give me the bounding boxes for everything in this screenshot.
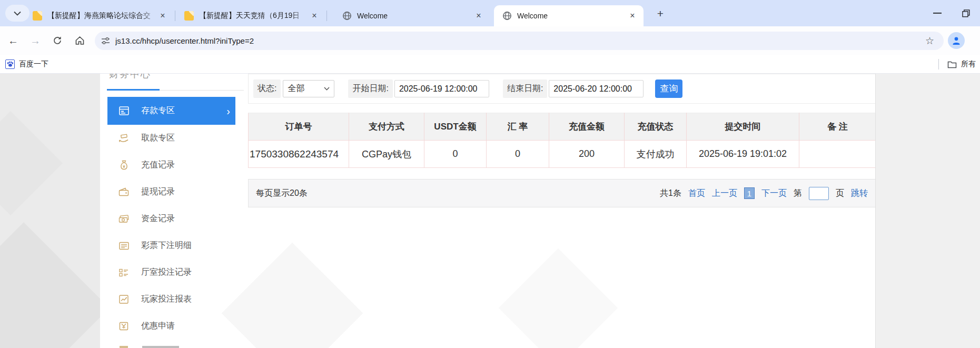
cell-usdt-amount: 0 (424, 141, 487, 168)
home-button[interactable] (71, 32, 88, 49)
watermark-shape (0, 222, 100, 348)
url-text: js13.cc/hhcp/usercenter.html?iniType=2 (115, 36, 925, 45)
bookmarks-bar: 百度一下 所有 (0, 55, 980, 74)
content-card: 财务中心 存款专区 › (100, 74, 876, 348)
bookmarks-separator (938, 59, 939, 69)
forward-button[interactable]: → (26, 32, 44, 49)
first-page-link[interactable]: 首页 (688, 188, 705, 199)
sidebar-item-player-bet-report[interactable]: 玩家投注报表 (107, 286, 235, 313)
cell-recharge-amount: 200 (549, 141, 625, 168)
cell-remark (799, 141, 876, 168)
all-bookmarks-button[interactable]: 所有 (947, 59, 980, 69)
page-jump-input[interactable] (809, 187, 829, 200)
tab-2[interactable]: 【新提醒】天天竞猜（6月19日 × (176, 5, 325, 26)
page-left-margin (0, 74, 100, 348)
end-date-input[interactable] (549, 80, 644, 97)
bookmark-baidu[interactable]: 百度一下 (5, 59, 48, 69)
tab-1[interactable]: 【新提醒】海燕策略论坛综合交 × (24, 5, 174, 26)
end-date-label: 结束日期: (503, 79, 547, 98)
deposit-records-table: 订单号 支付方式 USDT金额 汇 率 充值金额 充值状态 提交时间 备 注 1… (248, 113, 876, 168)
col-order-no: 订单号 (249, 113, 349, 141)
browser-toolbar: ← → js13.cc/hhcp/usercenter.html?iniType… (0, 26, 980, 55)
filter-bar: 状态: 全部 开始日期: 结束日期: 查询 (248, 74, 876, 104)
wallet-icon (118, 187, 129, 197)
sidebar-item-label: 彩票下注明细 (141, 240, 192, 251)
col-exchange-rate: 汇 率 (487, 113, 549, 141)
tab-title: Welcome (517, 12, 627, 20)
reload-icon (53, 36, 62, 45)
profile-avatar[interactable] (948, 32, 965, 49)
sidebar-item-recharge-records[interactable]: ¥ 充值记录 (107, 152, 235, 178)
start-date-input[interactable] (394, 80, 489, 97)
sidebar-item-hall-bet-records[interactable]: 厅室投注记录 (107, 259, 235, 286)
jump-go-link[interactable]: 跳转 (851, 188, 868, 199)
tab-4-active[interactable]: Welcome × (494, 5, 644, 26)
sidebar-item-label: 取款专区 (141, 133, 175, 144)
tab-title: 【新提醒】海燕策略论坛综合交 (47, 11, 157, 21)
chart-icon (118, 294, 129, 305)
next-page-link[interactable]: 下一页 (761, 188, 787, 199)
status-select[interactable]: 全部 (283, 80, 334, 97)
minimize-icon (933, 13, 942, 14)
window-controls (923, 0, 980, 26)
cell-submit-time: 2025-06-19 19:01:02 (687, 141, 799, 168)
sidebar-item-lottery-bet-details[interactable]: 彩票下注明细 (107, 232, 235, 259)
jump-suffix-text: 页 (836, 188, 844, 199)
banknotes-icon (118, 214, 129, 224)
sidebar-item-clipped[interactable] (107, 340, 235, 348)
start-date-label: 开始日期: (348, 79, 392, 98)
sidebar-item-label: 充值记录 (141, 160, 175, 171)
globe-icon (502, 11, 512, 21)
tab-3[interactable]: Welcome × (334, 5, 490, 26)
per-page-text: 每页显示20条 (256, 188, 308, 199)
reload-button[interactable] (48, 32, 66, 49)
close-icon[interactable]: × (309, 10, 320, 22)
table-header-row: 订单号 支付方式 USDT金额 汇 率 充值金额 充值状态 提交时间 备 注 (249, 113, 876, 141)
site-settings-icon (101, 37, 110, 45)
sidebar-item-label: 优惠申请 (141, 321, 175, 332)
chevron-down-icon (14, 11, 21, 16)
chevron-down-icon (324, 87, 330, 91)
sidebar-item-withdraw[interactable]: 取款专区 (107, 125, 235, 152)
jump-prefix-text: 第 (794, 188, 802, 199)
new-tab-button[interactable]: + (653, 6, 668, 21)
col-submit-time: 提交时间 (687, 113, 799, 141)
close-icon[interactable]: × (157, 10, 169, 22)
maximize-button[interactable] (952, 0, 980, 26)
prev-page-link[interactable]: 上一页 (712, 188, 737, 199)
bookmark-star-icon[interactable]: ☆ (925, 35, 934, 47)
close-icon[interactable]: × (473, 10, 484, 22)
watermark-shape (499, 248, 618, 348)
sidebar-item-label: 提现记录 (141, 186, 175, 197)
recharge-icon: ¥ (118, 160, 129, 171)
finance-sidebar: 财务中心 存款专区 › (100, 74, 244, 348)
checklist-icon (118, 267, 129, 278)
sidebar-item-promo-apply[interactable]: 优惠申请 (107, 313, 235, 340)
clipped-label (142, 346, 179, 348)
mail-icon (33, 11, 42, 21)
deposit-records-panel: 状态: 全部 开始日期: 结束日期: 查询 (248, 74, 876, 207)
sidebar-item-deposit[interactable]: 存款专区 › (107, 97, 235, 125)
bookmark-label: 百度一下 (19, 59, 48, 69)
sidebar-item-label: 资金记录 (141, 213, 175, 224)
back-button[interactable]: ← (4, 32, 22, 49)
list-icon (118, 241, 129, 251)
folder-icon (947, 61, 957, 68)
minimize-button[interactable] (923, 0, 952, 26)
cell-exchange-rate: 0 (487, 141, 549, 168)
sidebar-item-funds-records[interactable]: 资金记录 (107, 205, 235, 232)
baidu-paw-icon (5, 59, 15, 69)
col-recharge-status: 充值状态 (625, 113, 687, 141)
sidebar-title: 财务中心 (109, 74, 151, 81)
status-label: 状态: (253, 79, 281, 98)
all-bookmarks-label: 所有 (961, 59, 976, 69)
close-icon[interactable]: × (627, 10, 638, 22)
query-button[interactable]: 查询 (655, 79, 682, 98)
current-page-badge[interactable]: 1 (744, 187, 755, 199)
cell-pay-method: CGPay钱包 (349, 141, 424, 168)
address-bar[interactable]: js13.cc/hhcp/usercenter.html?iniType=2 ☆ (95, 32, 944, 50)
clipped-icon (120, 346, 128, 348)
col-pay-method: 支付方式 (349, 113, 424, 141)
page-viewport: 财务中心 存款专区 › (0, 74, 980, 348)
sidebar-item-withdrawal-records[interactable]: 提现记录 (107, 178, 235, 205)
